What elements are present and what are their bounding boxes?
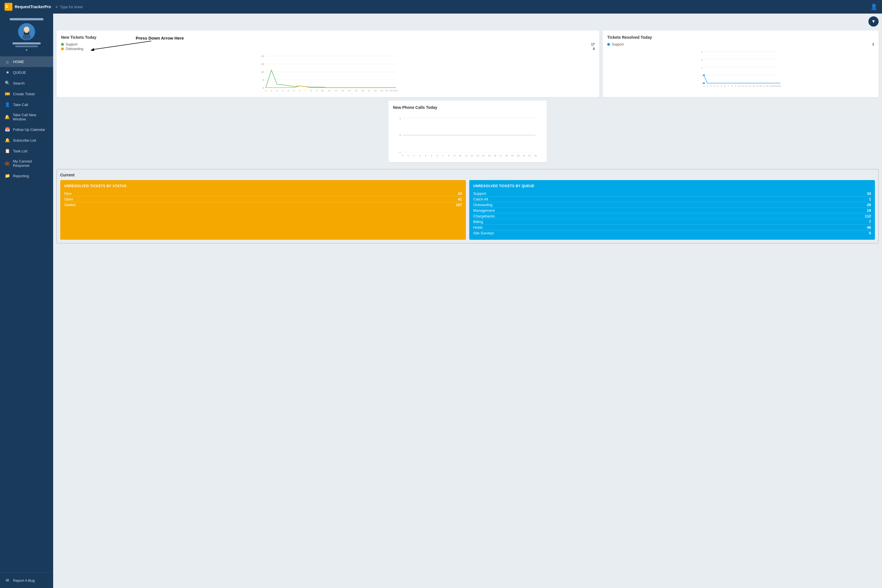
svg-text:18: 18 xyxy=(506,154,508,157)
svg-text:6: 6 xyxy=(437,154,438,157)
resolved-legend: Support3 xyxy=(607,42,874,46)
sidebar-item-take-call-new-window[interactable]: 🔔Take Call New Window xyxy=(0,110,53,124)
svg-text:0: 0 xyxy=(399,134,401,137)
current-cards: UNRESOLVED TICKETS BY STATUS New24Open41… xyxy=(60,180,875,240)
svg-text:1: 1 xyxy=(408,154,409,157)
sidebar-item-my-canned-response[interactable]: 💼My Canned Response xyxy=(0,156,53,171)
app-body: ▼ ⌂HOME★QUEUE🔍Search🎫Create Ticket👤Take … xyxy=(0,14,882,588)
queue-row: Support34 xyxy=(473,191,871,196)
sidebar-item-search[interactable]: 🔍Search xyxy=(0,78,53,88)
down-arrow-button[interactable]: ▼ xyxy=(868,16,879,27)
svg-text:9: 9 xyxy=(316,89,318,92)
svg-text:13: 13 xyxy=(342,89,344,92)
queue-row: Billing7 xyxy=(473,219,871,225)
svg-text:20: 20 xyxy=(386,89,388,92)
phone-calls-wrapper: New Phone Calls Today 1 0 -1 0 1 2 xyxy=(57,100,879,166)
svg-text:19: 19 xyxy=(770,85,772,87)
svg-text:21: 21 xyxy=(523,154,525,157)
svg-text:23: 23 xyxy=(534,154,537,157)
svg-point-55 xyxy=(703,74,705,76)
svg-text:17: 17 xyxy=(500,154,502,157)
current-section: Current UNRESOLVED TICKETS BY STATUS New… xyxy=(57,169,879,243)
svg-text:15: 15 xyxy=(355,89,358,92)
sidebar: ▼ ⌂HOME★QUEUE🔍Search🎫Create Ticket👤Take … xyxy=(0,14,53,588)
topnav: RequestTrackerPro ≡ Type for ticket 👤 xyxy=(0,0,882,14)
svg-text:11: 11 xyxy=(742,85,744,87)
status-row: New24 xyxy=(64,191,462,196)
svg-text:8: 8 xyxy=(310,89,312,92)
svg-text:3: 3 xyxy=(282,89,284,92)
svg-text:5: 5 xyxy=(721,85,722,87)
profile-dropdown-arrow[interactable]: ▼ xyxy=(25,48,28,52)
sidebar-icon-task-list: 📋 xyxy=(4,148,10,153)
sidebar-icon-take-call-new-window: 🔔 xyxy=(4,114,10,120)
sidebar-item-home[interactable]: ⌂HOME xyxy=(0,57,53,67)
sidebar-footer: ✉Report A Bug xyxy=(0,573,53,588)
main-content: ▼ New Tickets Today Press Down Arrow Her… xyxy=(53,14,882,588)
svg-text:4: 4 xyxy=(288,89,289,92)
sidebar-label-reporting: Reporting xyxy=(13,174,29,178)
svg-text:11: 11 xyxy=(328,89,331,92)
svg-text:19: 19 xyxy=(381,89,383,92)
svg-text:-1: -1 xyxy=(399,151,401,154)
phone-calls-svg: 1 0 -1 0 1 2 3 4 5 6 7 8 9 10 xyxy=(393,112,542,158)
svg-text:3: 3 xyxy=(420,154,421,157)
sidebar-item-take-call[interactable]: 👤Take Call xyxy=(0,99,53,110)
svg-text:23: 23 xyxy=(395,89,398,92)
sidebar-icon-follow-up-calendar: 📅 xyxy=(4,127,10,132)
queue-rows: Support34Catch-All1Onboarding28Managemen… xyxy=(473,191,871,236)
queue-card-title: UNRESOLVED TICKETS BY QUEUE xyxy=(473,184,871,188)
svg-text:4: 4 xyxy=(425,154,427,157)
svg-point-5 xyxy=(22,34,30,40)
sidebar-item-follow-up-calendar[interactable]: 📅Follow Up Calendar xyxy=(0,124,53,135)
profile-sub-bar xyxy=(15,45,38,47)
sidebar-label-subscribe-list: Subscribe List xyxy=(13,138,36,142)
sidebar-label-home: HOME xyxy=(13,60,24,64)
sidebar-icon-create-ticket: 🎫 xyxy=(4,91,10,96)
sidebar-item-create-ticket[interactable]: 🎫Create Ticket xyxy=(0,88,53,99)
svg-text:0: 0 xyxy=(262,87,264,89)
svg-text:17: 17 xyxy=(763,85,765,87)
sidebar-icon-home: ⌂ xyxy=(4,59,10,64)
svg-text:0: 0 xyxy=(265,89,267,92)
menu-icon: ≡ xyxy=(56,5,58,9)
user-icon[interactable]: 👤 xyxy=(870,3,878,10)
sidebar-item-reporting[interactable]: 📁Reporting xyxy=(0,171,53,181)
svg-text:2: 2 xyxy=(414,154,415,157)
svg-text:4: 4 xyxy=(702,51,703,53)
queue-row: Chargebacks112 xyxy=(473,213,871,219)
svg-text:7: 7 xyxy=(305,89,306,92)
svg-text:7: 7 xyxy=(728,85,729,87)
current-label: Current xyxy=(60,173,875,177)
svg-text:22: 22 xyxy=(528,154,531,157)
svg-text:8: 8 xyxy=(448,154,450,157)
svg-text:22: 22 xyxy=(777,85,779,87)
sidebar-item-task-list[interactable]: 📋Task List xyxy=(0,146,53,156)
status-rows: New24Open41Stalled187 xyxy=(64,191,462,207)
sidebar-label-my-canned-response: My Canned Response xyxy=(13,159,49,168)
svg-text:3: 3 xyxy=(702,58,703,61)
queue-row: Catch-All1 xyxy=(473,196,871,202)
resolved-chart: 4 3 2 1 0 0 1 2 3 4 xyxy=(607,49,874,88)
sidebar-item-queue[interactable]: ★QUEUE xyxy=(0,67,53,78)
new-tickets-svg: 20 15 10 5 0 0 1 2 3 4 xyxy=(61,53,595,93)
status-row: Open41 xyxy=(64,196,462,202)
svg-text:5: 5 xyxy=(262,79,264,81)
svg-text:12: 12 xyxy=(471,154,473,157)
sidebar-item-subscribe-list[interactable]: 🔔Subscribe List xyxy=(0,135,53,146)
svg-line-8 xyxy=(93,41,151,50)
sidebar-label-create-ticket: Create Ticket xyxy=(13,92,35,96)
app-name: RequestTrackerPro xyxy=(15,4,51,9)
svg-text:1: 1 xyxy=(271,89,272,92)
svg-text:10: 10 xyxy=(738,85,740,87)
queue-row: Onboarding28 xyxy=(473,202,871,208)
svg-text:6: 6 xyxy=(724,85,725,87)
resolved-svg: 4 3 2 1 0 0 1 2 3 4 xyxy=(607,49,874,88)
tickets-resolved-title: Tickets Resolved Today xyxy=(607,35,874,40)
search-placeholder: Type for ticket xyxy=(60,5,83,9)
sidebar-icon-my-canned-response: 💼 xyxy=(4,161,10,166)
queue-row: Holds46 xyxy=(473,225,871,230)
sidebar-item-report-a-bug[interactable]: ✉Report A Bug xyxy=(0,575,53,586)
sidebar-nav: ⌂HOME★QUEUE🔍Search🎫Create Ticket👤Take Ca… xyxy=(0,57,53,573)
svg-text:12: 12 xyxy=(745,85,747,87)
